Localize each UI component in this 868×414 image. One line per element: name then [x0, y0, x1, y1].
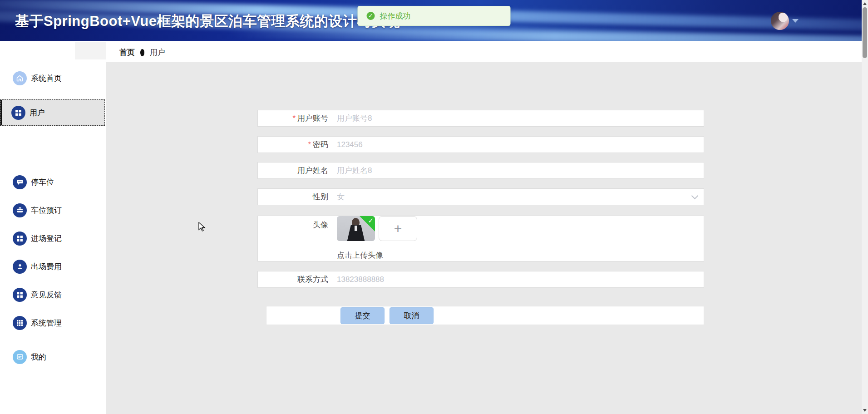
submit-button[interactable]: 提交 — [340, 307, 385, 324]
field-label: *密码 — [258, 139, 328, 150]
form-row-avatar: 头像 ✓ + 点击上传头像 — [257, 216, 704, 261]
sidebar-item-users[interactable]: 用户 — [0, 99, 105, 126]
sidebar-item-parking-space[interactable]: 停车位 — [0, 169, 106, 195]
sidebar-item-reservation[interactable]: 车位预订 — [0, 197, 106, 223]
breadcrumb-current: 用户 — [150, 47, 165, 58]
toast-message: 操作成功 — [380, 11, 411, 21]
form-actions-bar: 提交 取消 — [266, 306, 704, 325]
password-input[interactable] — [337, 140, 686, 149]
success-toast: ✓ 操作成功 — [358, 6, 511, 26]
sidebar-item-exit-fee[interactable]: 出场费用 — [0, 253, 106, 280]
sidebar-item-label: 意见反馈 — [31, 290, 62, 300]
thumb-person-shirt — [355, 226, 357, 231]
user-avatar[interactable] — [771, 12, 789, 30]
briefcase-icon — [13, 203, 27, 217]
breadcrumb: 首页 用户 — [119, 47, 165, 58]
sidebar-item-system-manage[interactable]: 系统管理 — [0, 310, 106, 336]
breadcrumb-separator-icon — [140, 49, 144, 56]
breadcrumb-bar: 首页 用户 — [106, 41, 868, 62]
sidebar-item-label: 用户 — [30, 108, 45, 118]
sidebar-item-home[interactable]: 系统首页 — [0, 65, 106, 91]
breadcrumb-home[interactable]: 首页 — [119, 47, 135, 58]
plus-icon: + — [394, 221, 402, 237]
scroll-down-icon[interactable] — [863, 409, 867, 412]
scroll-up-icon[interactable] — [863, 2, 867, 5]
sidebar-item-label: 出场费用 — [31, 261, 62, 272]
sidebar-item-label: 系统管理 — [31, 318, 62, 328]
field-label: 用户姓名 — [258, 165, 328, 176]
grid-icon — [13, 288, 27, 302]
user-icon — [13, 260, 27, 274]
grid-icon — [11, 106, 25, 120]
form-row-contact: 联系方式 — [257, 271, 704, 288]
username-input[interactable] — [337, 166, 686, 175]
avatar-thumbnail[interactable]: ✓ — [337, 216, 375, 241]
sidebar-item-label: 停车位 — [31, 177, 54, 187]
sidebar-item-label: 车位预订 — [31, 205, 62, 216]
account-input[interactable] — [337, 114, 686, 123]
page-title: 基于SpringBoot+Vue框架的景区泊车管理系统的设计与实现 — [15, 12, 400, 31]
required-mark: * — [292, 114, 296, 123]
field-label: 头像 — [258, 216, 328, 230]
chat-icon — [13, 175, 27, 189]
form-row-username: 用户姓名 — [257, 162, 704, 179]
sidebar-item-label: 系统首页 — [31, 73, 62, 84]
gender-select[interactable] — [337, 192, 686, 202]
sidebar-item-feedback[interactable]: 意见反馈 — [0, 281, 106, 308]
field-label: *用户账号 — [258, 113, 328, 123]
home-icon — [13, 71, 27, 85]
upload-hint: 点击上传头像 — [337, 250, 417, 261]
form-row-gender: 性别 — [257, 188, 704, 205]
upload-plus-button[interactable]: + — [379, 216, 417, 241]
contact-input[interactable] — [337, 275, 686, 284]
card-icon — [13, 350, 27, 364]
vertical-scrollbar[interactable] — [862, 0, 868, 414]
sidebar-item-mine[interactable]: 我的 — [0, 344, 106, 370]
check-icon: ✓ — [368, 217, 374, 225]
grid-icon — [13, 232, 27, 246]
required-mark: * — [308, 140, 311, 149]
sidebar-item-label: 进场登记 — [31, 233, 62, 244]
sidebar: 系统首页 用户 停车位 车位预订 进场登记 出场费用 意见反馈 — [0, 41, 106, 414]
caret-down-icon[interactable] — [792, 19, 799, 23]
cancel-button[interactable]: 取消 — [390, 307, 434, 324]
success-check-icon: ✓ — [367, 12, 375, 20]
chevron-down-icon[interactable] — [691, 192, 699, 199]
sidebar-item-label: 我的 — [31, 352, 46, 362]
field-label: 联系方式 — [258, 274, 328, 285]
scrollbar-thumb[interactable] — [863, 7, 867, 58]
form-row-password: *密码 — [257, 136, 704, 153]
form-row-account: *用户账号 — [257, 110, 704, 127]
sidebar-top-shade — [75, 42, 106, 59]
sidebar-item-entry-register[interactable]: 进场登记 — [0, 225, 106, 251]
grid9-icon — [13, 316, 27, 330]
field-label: 性别 — [258, 192, 328, 202]
